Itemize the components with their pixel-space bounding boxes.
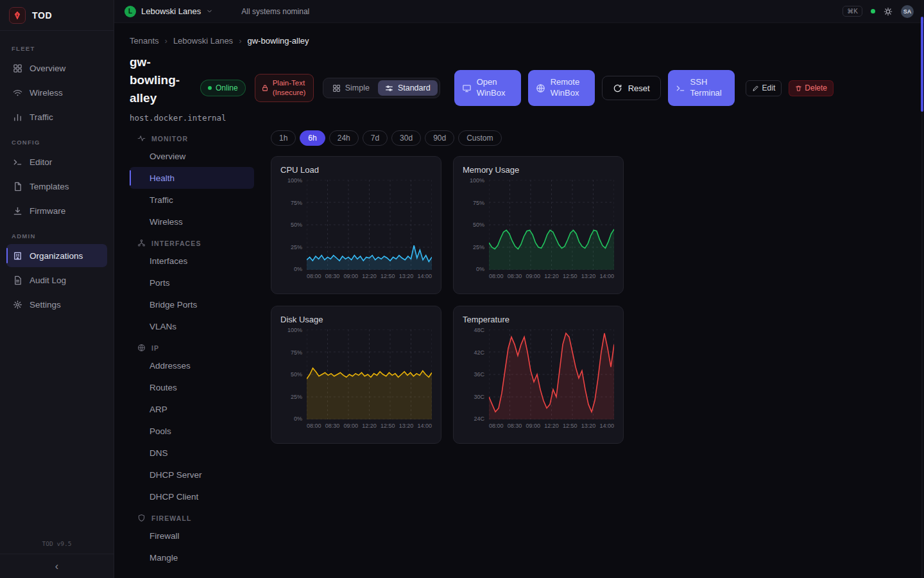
topbar-right: ⌘K SA	[843, 5, 914, 18]
command-k-shortcut[interactable]: ⌘K	[843, 6, 862, 17]
sidebar-item-label: Traffic	[30, 112, 53, 122]
chart-plot	[307, 180, 432, 270]
edit-label: Edit	[762, 83, 776, 92]
chart-area: 100%75%50%25%0%08:0008:3009:0012:2012:50…	[280, 180, 432, 281]
device-host: host.docker.internal	[130, 113, 191, 123]
chart-plot	[307, 329, 432, 419]
subnav-section-label-text: MONITOR	[151, 135, 188, 143]
shield-icon	[137, 514, 146, 522]
reset-button[interactable]: Reset	[602, 76, 661, 100]
x-tick-label: 08:30	[325, 423, 340, 431]
globe-icon	[536, 83, 545, 93]
subnav-section-firewall: FIREWALL	[130, 514, 254, 522]
x-tick-label: 08:00	[489, 423, 504, 431]
y-tick-label: 48C	[474, 327, 484, 333]
subnav-item-wireless[interactable]: Wireless	[130, 211, 254, 232]
remote-winbox-button[interactable]: Remote WinBox	[528, 70, 595, 106]
wifi-icon	[13, 88, 22, 98]
time-range-24h[interactable]: 24h	[329, 130, 359, 146]
sidebar-item-overview[interactable]: Overview	[6, 57, 107, 80]
x-tick-label: 12:50	[563, 423, 578, 431]
tenant-selector[interactable]: L Lebowski Lanes	[124, 6, 213, 17]
device-header: gw-bowling-alley host.docker.internal On…	[130, 53, 909, 123]
device-actions: Open WinBox Remote WinBox Reset SSH Term…	[454, 70, 834, 106]
time-range-custom[interactable]: Custom	[458, 130, 501, 146]
y-tick-label: 75%	[291, 200, 302, 206]
x-tick-label: 09:00	[526, 273, 540, 281]
time-range-1h[interactable]: 1h	[271, 130, 296, 146]
sidebar-item-organizations[interactable]: Organizations	[6, 244, 107, 267]
chart-x-axis: 08:0008:3009:0012:2012:5013:2014:00	[307, 270, 432, 281]
sidebar-item-editor[interactable]: Editor	[6, 150, 107, 173]
time-range-6h[interactable]: 6h	[300, 130, 325, 146]
subnav-item-overview[interactable]: Overview	[130, 145, 254, 167]
delete-label: Delete	[805, 83, 827, 92]
subnav-item-pools[interactable]: Pools	[130, 420, 254, 442]
x-tick-label: 08:30	[508, 273, 522, 281]
subnav-item-bridge-ports[interactable]: Bridge Ports	[130, 293, 254, 315]
online-status-label: Online	[216, 83, 238, 92]
sidebar-item-wireless[interactable]: Wireless	[6, 81, 107, 104]
subnav-item-routes[interactable]: Routes	[130, 376, 254, 398]
y-tick-label: 50%	[473, 222, 484, 228]
subnav-section-label-text: IP	[151, 344, 159, 352]
sidebar-item-traffic[interactable]: Traffic	[6, 105, 107, 128]
x-tick-label: 13:20	[581, 423, 596, 431]
terminal-icon	[676, 83, 685, 93]
sidebar-item-templates[interactable]: Templates	[6, 175, 107, 198]
sliders-icon	[385, 84, 393, 92]
delete-button[interactable]: Delete	[789, 80, 834, 96]
subnav-item-addresses[interactable]: Addresses	[130, 355, 254, 376]
subnav-item-health[interactable]: Health	[130, 167, 254, 189]
x-tick-label: 12:20	[544, 423, 559, 431]
breadcrumb-tenant[interactable]: Lebowski Lanes	[173, 36, 233, 46]
subnav-item-dhcp-client[interactable]: DHCP Client	[130, 486, 254, 507]
grid-icon	[332, 84, 341, 92]
sidebar-item-settings[interactable]: Settings	[6, 293, 107, 316]
open-winbox-button[interactable]: Open WinBox	[454, 70, 521, 106]
view-standard-button[interactable]: Standard	[378, 80, 438, 96]
sidebar-item-audit-log[interactable]: Audit Log	[6, 268, 107, 292]
subnav-item-firewall[interactable]: Firewall	[130, 525, 254, 547]
time-range-30d[interactable]: 30d	[391, 130, 421, 146]
terminal-icon	[13, 157, 22, 167]
subnav-item-ports[interactable]: Ports	[130, 272, 254, 293]
security-warning-label: Plain-Text (Insecure)	[273, 78, 307, 98]
ssh-terminal-button[interactable]: SSH Terminal	[668, 70, 735, 106]
subnav-item-vlans[interactable]: VLANs	[130, 315, 254, 337]
sidebar-item-label: Wireless	[30, 88, 63, 98]
theme-toggle-sun-icon[interactable]	[884, 7, 893, 16]
subnav-section-label-text: FIREWALL	[151, 514, 191, 522]
subnav-item-dhcp-server[interactable]: DHCP Server	[130, 464, 254, 486]
x-tick-label: 13:20	[399, 273, 414, 281]
sidebar-item-label: Firmware	[30, 206, 65, 216]
scrollbar-thumb[interactable]	[921, 17, 923, 112]
sidebar-item-firmware[interactable]: Firmware	[6, 199, 107, 222]
x-tick-label: 12:50	[563, 273, 578, 281]
subnav-item-dns[interactable]: DNS	[130, 442, 254, 464]
subnav-item-mangle[interactable]: Mangle	[130, 547, 254, 568]
subnav-item-arp[interactable]: ARP	[130, 398, 254, 420]
device-subnav: MONITOROverviewHealthTrafficWirelessINTE…	[130, 128, 254, 568]
y-tick-label: 25%	[291, 394, 302, 400]
user-avatar[interactable]: SA	[901, 5, 914, 18]
time-range-7d[interactable]: 7d	[363, 130, 388, 146]
tenant-avatar: L	[124, 6, 136, 17]
x-tick-label: 12:20	[362, 273, 377, 281]
chart-card-memory-usage: Memory Usage100%75%50%25%0%08:0008:3009:…	[453, 156, 624, 294]
sidebar-collapse-button[interactable]: ‹	[0, 554, 114, 578]
time-range-90d[interactable]: 90d	[425, 130, 454, 146]
view-simple-button[interactable]: Simple	[325, 80, 377, 96]
health-dot-icon	[871, 9, 875, 13]
y-tick-label: 30C	[474, 394, 484, 400]
subnav-item-interfaces[interactable]: Interfaces	[130, 250, 254, 272]
breadcrumb-tenants[interactable]: Tenants	[130, 36, 159, 46]
app-title: TOD	[32, 10, 52, 21]
chart-x-axis: 08:0008:3009:0012:2012:5013:2014:00	[489, 419, 614, 431]
edit-button[interactable]: Edit	[746, 80, 782, 96]
subnav-section-monitor: MONITOR	[130, 134, 254, 143]
chart-y-axis: 100%75%50%25%0%	[463, 177, 484, 272]
subnav-section-ip: IP	[130, 344, 254, 352]
gem-icon	[13, 11, 22, 20]
subnav-item-traffic[interactable]: Traffic	[130, 189, 254, 211]
